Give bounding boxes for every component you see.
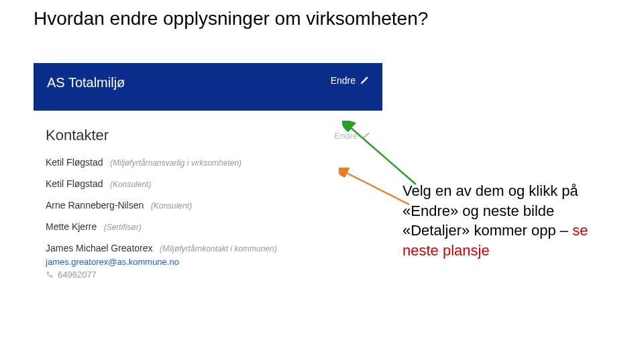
instruction-callout: Velg en av dem og klikk på «Endre» og ne… — [402, 181, 604, 261]
edit-label: Endre — [331, 75, 356, 86]
contact-name: Ketil Fløgstad — [46, 178, 103, 189]
phone-icon — [46, 271, 54, 279]
contact-name: Mette Kjerre — [46, 221, 97, 232]
contact-name: James Michael Greatorex — [46, 243, 153, 253]
contact-row: Ketil Fløgstad (Konsulent) — [46, 178, 370, 190]
contact-name: Arne Ranneberg-Nilsen — [46, 200, 144, 211]
contact-phone: 64962077 — [46, 270, 370, 280]
app-panel: AS Totalmiljø Endre Kontakter Endre Keti… — [34, 63, 382, 296]
phone-number: 64962077 — [58, 270, 97, 280]
contact-name: Ketil Fløgstad — [46, 157, 103, 168]
contact-role: (Konsulent) — [151, 201, 192, 211]
contact-row: Arne Ranneberg-Nilsen (Konsulent) — [46, 199, 370, 211]
contact-row: James Michael Greatorex (Miljøfyrtårnkon… — [46, 242, 370, 280]
company-header: AS Totalmiljø Endre — [34, 63, 382, 111]
contacts-heading: Kontakter — [46, 127, 109, 144]
contact-role: (Miljøfyrtårnkontakt i kommunen) — [160, 244, 277, 253]
svg-line-1 — [344, 172, 409, 205]
callout-text: Velg en av dem og klikk på «Endre» og ne… — [402, 182, 578, 239]
contact-row: Ketil Fløgstad (Miljøfyrtårnansvarlig i … — [46, 156, 370, 168]
contact-role: (Konsulent) — [110, 180, 151, 189]
contact-role: (Miljøfyrtårnansvarlig i virksomheten) — [110, 158, 241, 168]
edit-company-button[interactable]: Endre — [331, 75, 369, 86]
contact-email[interactable]: james.greatorex@as.kommune.no — [46, 257, 370, 267]
contact-row: Mette Kjerre (Sertifisør) — [46, 221, 370, 233]
company-name: AS Totalmiljø — [47, 75, 125, 91]
annotation-arrow-orange — [339, 168, 413, 208]
page-title: Hvordan endre opplysninger om virksomhet… — [0, 0, 644, 30]
contacts-panel: Kontakter Endre Ketil Fløgstad (Miljøfyr… — [34, 111, 382, 296]
pencil-icon — [360, 76, 369, 85]
contact-role: (Sertifisør) — [104, 223, 142, 232]
